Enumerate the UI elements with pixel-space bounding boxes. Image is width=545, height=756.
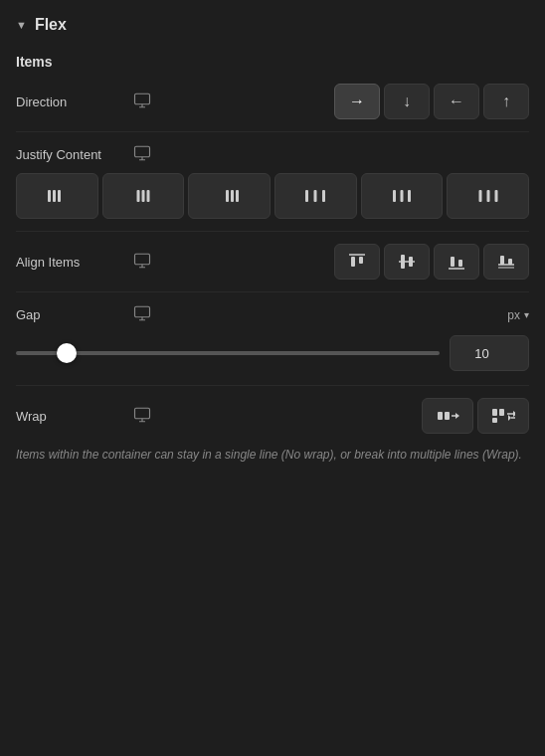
- direction-monitor-icon: [133, 92, 151, 112]
- svg-rect-2: [48, 190, 51, 202]
- svg-rect-36: [135, 408, 150, 419]
- align-items-btn-group: [334, 244, 529, 280]
- no-wrap-icon: [436, 405, 459, 427]
- direction-up-button[interactable]: ↑: [483, 84, 529, 119]
- chevron-down-icon: ▼: [16, 19, 27, 31]
- svg-rect-37: [438, 412, 443, 420]
- monitor-svg-wrap: [133, 406, 151, 424]
- wrap-description: Items within the container can stay in a…: [16, 446, 529, 464]
- align-items-monitor-icon: [133, 252, 151, 273]
- svg-rect-14: [393, 190, 396, 202]
- svg-rect-33: [508, 259, 512, 265]
- gap-unit-selector[interactable]: px ▾: [507, 308, 529, 322]
- wrap-row: Wrap: [16, 398, 529, 434]
- svg-rect-19: [494, 190, 497, 202]
- direction-left-button[interactable]: ←: [434, 84, 479, 119]
- wrap-label: Wrap: [16, 409, 125, 424]
- ai-baseline-icon: [496, 252, 516, 272]
- svg-rect-8: [226, 190, 229, 202]
- svg-rect-6: [142, 190, 145, 202]
- svg-rect-3: [53, 190, 56, 202]
- svg-rect-15: [401, 190, 404, 202]
- svg-rect-35: [135, 306, 150, 317]
- monitor-svg-gap: [133, 304, 151, 322]
- divider-4: [16, 385, 529, 386]
- ai-center-icon: [397, 252, 417, 272]
- gap-unit-chevron: ▾: [524, 309, 529, 320]
- direction-down-button[interactable]: ↓: [384, 84, 430, 119]
- gap-unit-label: px: [507, 308, 520, 322]
- gap-row: Gap px ▾: [16, 304, 529, 325]
- justify-content-label-row: Justify Content: [16, 144, 529, 165]
- jc-center-button[interactable]: [102, 173, 185, 219]
- svg-rect-4: [58, 190, 61, 202]
- justify-content-btn-group: [16, 173, 529, 219]
- divider-3: [16, 291, 529, 292]
- items-label: Items: [16, 54, 529, 70]
- monitor-svg-justify: [133, 144, 151, 162]
- jc-center-icon: [132, 185, 154, 207]
- direction-right-button[interactable]: →: [334, 84, 380, 119]
- gap-label: Gap: [16, 307, 125, 322]
- justify-content-label: Justify Content: [16, 147, 125, 162]
- jc-space-between-icon: [304, 185, 326, 207]
- jc-space-around-icon: [391, 185, 413, 207]
- wrap-monitor-icon: [133, 406, 151, 427]
- jc-space-between-button[interactable]: [274, 173, 357, 219]
- wrap-button[interactable]: [477, 398, 529, 434]
- svg-rect-12: [314, 190, 317, 202]
- gap-monitor-icon: [133, 304, 151, 325]
- svg-rect-26: [401, 255, 405, 269]
- svg-rect-0: [135, 94, 150, 104]
- gap-slider-container: [16, 335, 529, 371]
- ai-end-button[interactable]: [434, 244, 479, 280]
- svg-rect-13: [322, 190, 325, 202]
- align-items-label: Align Items: [16, 255, 125, 270]
- wrap-section: Wrap: [16, 398, 529, 434]
- svg-rect-9: [231, 190, 234, 202]
- jc-end-icon: [219, 185, 241, 207]
- gap-slider[interactable]: [16, 351, 440, 355]
- ai-center-button[interactable]: [384, 244, 430, 280]
- svg-rect-38: [445, 412, 450, 420]
- ai-start-icon: [347, 252, 367, 272]
- gap-number-input[interactable]: [450, 335, 529, 371]
- jc-flex-end-button[interactable]: [188, 173, 271, 219]
- jc-space-evenly-button[interactable]: [447, 173, 529, 219]
- svg-rect-29: [451, 257, 454, 267]
- ai-baseline-button[interactable]: [483, 244, 529, 280]
- svg-rect-11: [305, 190, 308, 202]
- svg-rect-24: [359, 257, 363, 264]
- flex-section-header[interactable]: ▼ Flex: [16, 16, 529, 34]
- svg-rect-21: [135, 254, 150, 265]
- svg-rect-1: [135, 146, 150, 157]
- justify-content-monitor-icon: [133, 144, 151, 165]
- jc-space-evenly-icon: [477, 185, 499, 207]
- section-title: Flex: [35, 16, 67, 34]
- svg-rect-23: [351, 257, 355, 267]
- jc-space-around-button[interactable]: [361, 173, 444, 219]
- direction-label: Direction: [16, 94, 125, 109]
- align-items-row: Align Items: [16, 244, 529, 280]
- divider-2: [16, 231, 529, 232]
- direction-row: Direction → ↓ ← ↑: [16, 84, 529, 119]
- svg-rect-10: [236, 190, 239, 202]
- svg-rect-16: [408, 190, 411, 202]
- ai-start-button[interactable]: [334, 244, 380, 280]
- svg-rect-17: [478, 190, 481, 202]
- svg-rect-41: [492, 409, 497, 416]
- svg-rect-43: [492, 418, 497, 423]
- no-wrap-button[interactable]: [422, 398, 473, 434]
- svg-rect-30: [458, 260, 462, 267]
- monitor-svg-direction: [133, 92, 151, 109]
- jc-flex-start-button[interactable]: [16, 173, 98, 219]
- svg-rect-18: [486, 190, 489, 202]
- justify-content-section: Justify Content: [16, 144, 529, 219]
- ai-end-icon: [447, 252, 466, 272]
- svg-rect-7: [147, 190, 150, 202]
- svg-rect-27: [409, 257, 413, 267]
- wrap-icon: [491, 405, 515, 427]
- divider-1: [16, 131, 529, 132]
- svg-rect-32: [500, 256, 504, 265]
- svg-rect-5: [137, 190, 140, 202]
